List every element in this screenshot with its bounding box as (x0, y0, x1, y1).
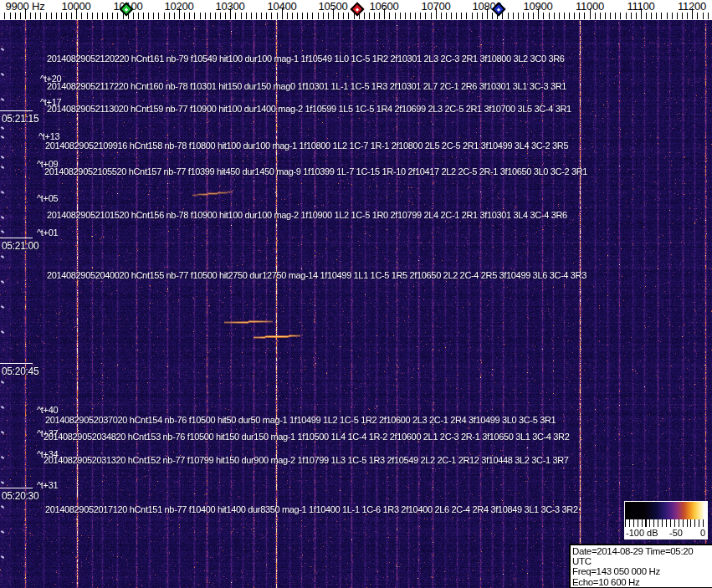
time-minor-tick (1, 305, 4, 309)
spectrogram-overlay: 05:21:1505:21:0005:20:4505:20:30^t+20^t+… (0, 0, 712, 588)
time-minor-tick (1, 456, 4, 459)
meteor-detection-line: 20140829052034820 hCnt153 nb-76 f10500 h… (44, 432, 569, 442)
legend-label-mid: -50 (669, 528, 683, 538)
time-minor-tick (1, 166, 4, 169)
time-minor-tick (1, 481, 4, 484)
meteor-detection-line: 20140829052017120 hCnt151 nb-77 f10400 h… (45, 504, 578, 514)
time-minor-tick (1, 135, 4, 139)
meteor-detection-line: 20140829052040020 hCnt155 nb-77 f10500 h… (47, 270, 587, 280)
meteor-detection-line: 20140829052120220 hCnt161 nb-79 f10549 h… (47, 54, 565, 64)
time-minor-tick (1, 530, 4, 534)
legend-label-min: -100 dB (626, 528, 658, 538)
relative-time-mark: ^t+05 (37, 193, 58, 203)
time-minor-tick (1, 431, 4, 434)
relative-time-mark: ^t+01 (37, 228, 58, 238)
relative-time-mark: ^t+40 (37, 405, 58, 415)
time-minor-tick (1, 216, 4, 219)
time-minor-tick (1, 191, 4, 194)
observation-info-box: Date=2014-08-29 Time=05:20 UTC Freq=143 … (569, 544, 712, 588)
db-color-scale-legend: -100 dB -50 0 (624, 501, 708, 539)
time-minor-tick (1, 406, 4, 409)
meteor-detection-line: 20140829052117220 hCnt160 nb-78 f10301 h… (47, 81, 566, 91)
color-gradient-bar (625, 502, 707, 519)
time-minor-tick (1, 48, 4, 51)
time-axis-line (0, 363, 33, 364)
meteor-echo-monitor-window: 9900 Hz100001010010200103001040010500106… (0, 0, 712, 588)
time-minor-tick (1, 381, 4, 384)
time-minor-tick (1, 156, 4, 159)
time-axis-line (0, 488, 33, 488)
relative-time-mark: ^t+31 (37, 480, 58, 490)
time-axis-line (0, 110, 33, 111)
time-minor-tick (1, 73, 4, 76)
legend-axis-labels: -100 dB -50 0 (625, 527, 707, 539)
info-echo-frequency: Echo=10 600 Hz (572, 577, 711, 587)
meteor-detection-line: 20140829052101520 hCnt156 nb-78 f10900 h… (47, 210, 567, 220)
time-minor-tick (1, 126, 4, 130)
info-date-time: Date=2014-08-29 Time=05:20 UTC (572, 546, 711, 566)
time-label: 05:21:15 (2, 113, 38, 125)
time-minor-tick (1, 230, 4, 233)
meteor-detection-line: 20140829052109916 hCnt158 nb-78 f10800 h… (45, 141, 568, 151)
time-label: 05:20:30 (2, 490, 38, 502)
time-axis-line (0, 238, 33, 238)
time-minor-tick (1, 98, 4, 101)
legend-label-max: 0 (700, 528, 705, 538)
info-frequency: Freq=143 050 000 Hz (572, 566, 711, 576)
time-minor-tick (1, 505, 4, 509)
meteor-detection-line: 20140829052105520 hCnt157 nb-77 f10399 h… (44, 166, 587, 176)
time-label: 05:21:00 (2, 240, 38, 252)
time-minor-tick (1, 555, 4, 559)
time-minor-tick (1, 255, 4, 258)
meteor-detection-line: 20140829052113020 hCnt159 nb-77 f10900 h… (47, 104, 571, 114)
time-minor-tick (1, 330, 4, 334)
time-label: 05:20:45 (2, 366, 38, 377)
meteor-detection-line: 20140829052031320 hCnt152 nb-77 f10799 h… (44, 455, 569, 465)
legend-tick-marks (625, 519, 707, 527)
meteor-detection-line: 20140829052037020 hCnt154 nb-76 f10500 h… (45, 415, 556, 425)
time-minor-tick (1, 280, 4, 284)
